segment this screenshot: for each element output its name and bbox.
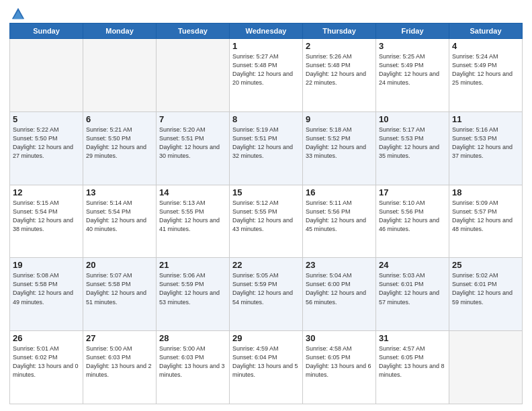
calendar-cell (157, 39, 230, 112)
day-number: 28 (159, 333, 226, 343)
calendar-cell: 3Sunrise: 5:25 AM Sunset: 5:49 PM Daylig… (376, 39, 449, 112)
calendar-cell: 2Sunrise: 5:26 AM Sunset: 5:48 PM Daylig… (303, 39, 376, 112)
calendar-cell: 27Sunrise: 5:00 AM Sunset: 6:03 PM Dayli… (83, 331, 157, 404)
day-number: 8 (232, 114, 300, 124)
day-info: Sunrise: 4:57 AM Sunset: 6:05 PM Dayligh… (379, 345, 446, 379)
day-info: Sunrise: 5:06 AM Sunset: 5:59 PM Dayligh… (159, 271, 226, 306)
calendar-table: SundayMondayTuesdayWednesdayThursdayFrid… (9, 23, 523, 404)
day-number: 7 (159, 114, 226, 124)
calendar-header-row: SundayMondayTuesdayWednesdayThursdayFrid… (10, 24, 523, 39)
day-number: 20 (86, 260, 153, 270)
day-number: 23 (306, 260, 373, 270)
day-number: 24 (379, 260, 446, 270)
day-number: 11 (452, 114, 519, 124)
logo-icon (11, 7, 26, 21)
calendar-cell: 10Sunrise: 5:17 AM Sunset: 5:53 PM Dayli… (376, 111, 449, 185)
day-info: Sunrise: 5:22 AM Sunset: 5:50 PM Dayligh… (13, 126, 80, 161)
calendar-header-monday: Monday (83, 24, 157, 39)
calendar-cell: 24Sunrise: 5:03 AM Sunset: 6:01 PM Dayli… (376, 258, 449, 331)
day-number: 9 (306, 114, 373, 124)
day-info: Sunrise: 5:15 AM Sunset: 5:54 PM Dayligh… (13, 199, 80, 234)
calendar-week-row: 26Sunrise: 5:01 AM Sunset: 6:02 PM Dayli… (10, 331, 523, 404)
day-number: 16 (306, 187, 373, 197)
day-info: Sunrise: 5:11 AM Sunset: 5:56 PM Dayligh… (306, 199, 373, 234)
day-number: 12 (13, 187, 80, 197)
day-number: 1 (232, 41, 300, 51)
day-info: Sunrise: 5:19 AM Sunset: 5:51 PM Dayligh… (232, 126, 300, 161)
logo (9, 7, 26, 19)
calendar-cell (10, 39, 83, 112)
calendar-cell: 29Sunrise: 4:59 AM Sunset: 6:04 PM Dayli… (230, 331, 303, 404)
calendar-cell: 21Sunrise: 5:06 AM Sunset: 5:59 PM Dayli… (157, 258, 230, 331)
calendar-cell (83, 39, 157, 112)
calendar-cell: 30Sunrise: 4:58 AM Sunset: 6:05 PM Dayli… (303, 331, 376, 404)
calendar-cell (449, 331, 523, 404)
day-number: 29 (232, 333, 300, 343)
day-info: Sunrise: 5:05 AM Sunset: 5:59 PM Dayligh… (232, 271, 300, 306)
calendar-cell: 15Sunrise: 5:12 AM Sunset: 5:55 PM Dayli… (230, 185, 303, 258)
day-info: Sunrise: 5:00 AM Sunset: 6:03 PM Dayligh… (159, 345, 226, 379)
day-info: Sunrise: 5:26 AM Sunset: 5:48 PM Dayligh… (306, 52, 373, 87)
calendar-header-saturday: Saturday (449, 24, 523, 39)
day-number: 2 (306, 41, 373, 51)
day-number: 3 (379, 41, 446, 51)
calendar-cell: 26Sunrise: 5:01 AM Sunset: 6:02 PM Dayli… (10, 331, 83, 404)
day-info: Sunrise: 4:58 AM Sunset: 6:05 PM Dayligh… (306, 345, 373, 379)
calendar-week-row: 1Sunrise: 5:27 AM Sunset: 5:48 PM Daylig… (10, 39, 523, 112)
day-info: Sunrise: 5:18 AM Sunset: 5:52 PM Dayligh… (306, 126, 373, 161)
calendar-cell: 6Sunrise: 5:21 AM Sunset: 5:50 PM Daylig… (83, 111, 157, 185)
calendar-cell: 28Sunrise: 5:00 AM Sunset: 6:03 PM Dayli… (157, 331, 230, 404)
calendar-week-row: 19Sunrise: 5:08 AM Sunset: 5:58 PM Dayli… (10, 258, 523, 331)
day-number: 15 (232, 187, 300, 197)
calendar-cell: 19Sunrise: 5:08 AM Sunset: 5:58 PM Dayli… (10, 258, 83, 331)
page-header (9, 7, 523, 19)
calendar-week-row: 12Sunrise: 5:15 AM Sunset: 5:54 PM Dayli… (10, 185, 523, 258)
calendar-cell: 14Sunrise: 5:13 AM Sunset: 5:55 PM Dayli… (157, 185, 230, 258)
day-info: Sunrise: 5:21 AM Sunset: 5:50 PM Dayligh… (86, 126, 153, 161)
day-info: Sunrise: 4:59 AM Sunset: 6:04 PM Dayligh… (232, 345, 300, 379)
day-number: 10 (379, 114, 446, 124)
day-number: 18 (452, 187, 519, 197)
day-number: 26 (13, 333, 80, 343)
calendar-cell: 1Sunrise: 5:27 AM Sunset: 5:48 PM Daylig… (230, 39, 303, 112)
calendar-cell: 23Sunrise: 5:04 AM Sunset: 6:00 PM Dayli… (303, 258, 376, 331)
calendar-week-row: 5Sunrise: 5:22 AM Sunset: 5:50 PM Daylig… (10, 111, 523, 185)
calendar-header-friday: Friday (376, 24, 449, 39)
calendar-cell: 13Sunrise: 5:14 AM Sunset: 5:54 PM Dayli… (83, 185, 157, 258)
day-info: Sunrise: 5:13 AM Sunset: 5:55 PM Dayligh… (159, 199, 226, 234)
day-number: 27 (86, 333, 153, 343)
day-info: Sunrise: 5:12 AM Sunset: 5:55 PM Dayligh… (232, 199, 300, 234)
day-number: 14 (159, 187, 226, 197)
day-info: Sunrise: 5:07 AM Sunset: 5:58 PM Dayligh… (86, 271, 153, 306)
calendar-cell: 16Sunrise: 5:11 AM Sunset: 5:56 PM Dayli… (303, 185, 376, 258)
calendar-cell: 4Sunrise: 5:24 AM Sunset: 5:49 PM Daylig… (449, 39, 523, 112)
day-info: Sunrise: 5:20 AM Sunset: 5:51 PM Dayligh… (159, 126, 226, 161)
day-info: Sunrise: 5:01 AM Sunset: 6:02 PM Dayligh… (13, 345, 80, 379)
day-info: Sunrise: 5:08 AM Sunset: 5:58 PM Dayligh… (13, 271, 80, 306)
day-info: Sunrise: 5:04 AM Sunset: 6:00 PM Dayligh… (306, 271, 373, 306)
day-number: 4 (452, 41, 519, 51)
day-info: Sunrise: 5:09 AM Sunset: 5:57 PM Dayligh… (452, 199, 519, 234)
calendar-cell: 20Sunrise: 5:07 AM Sunset: 5:58 PM Dayli… (83, 258, 157, 331)
calendar-cell: 5Sunrise: 5:22 AM Sunset: 5:50 PM Daylig… (10, 111, 83, 185)
calendar-header-thursday: Thursday (303, 24, 376, 39)
day-number: 30 (306, 333, 373, 343)
page-container: SundayMondayTuesdayWednesdayThursdayFrid… (0, 0, 532, 411)
day-info: Sunrise: 5:27 AM Sunset: 5:48 PM Dayligh… (232, 52, 300, 87)
calendar-cell: 31Sunrise: 4:57 AM Sunset: 6:05 PM Dayli… (376, 331, 449, 404)
day-info: Sunrise: 5:24 AM Sunset: 5:49 PM Dayligh… (452, 52, 519, 87)
day-info: Sunrise: 5:02 AM Sunset: 6:01 PM Dayligh… (452, 271, 519, 306)
day-number: 6 (86, 114, 153, 124)
calendar-header-tuesday: Tuesday (157, 24, 230, 39)
day-number: 5 (13, 114, 80, 124)
day-info: Sunrise: 5:03 AM Sunset: 6:01 PM Dayligh… (379, 271, 446, 306)
day-info: Sunrise: 5:14 AM Sunset: 5:54 PM Dayligh… (86, 199, 153, 234)
calendar-cell: 11Sunrise: 5:16 AM Sunset: 5:53 PM Dayli… (449, 111, 523, 185)
calendar-cell: 9Sunrise: 5:18 AM Sunset: 5:52 PM Daylig… (303, 111, 376, 185)
day-info: Sunrise: 5:00 AM Sunset: 6:03 PM Dayligh… (86, 345, 153, 379)
calendar-cell: 25Sunrise: 5:02 AM Sunset: 6:01 PM Dayli… (449, 258, 523, 331)
day-number: 19 (13, 260, 80, 270)
day-info: Sunrise: 5:16 AM Sunset: 5:53 PM Dayligh… (452, 126, 519, 161)
day-info: Sunrise: 5:25 AM Sunset: 5:49 PM Dayligh… (379, 52, 446, 87)
calendar-cell: 12Sunrise: 5:15 AM Sunset: 5:54 PM Dayli… (10, 185, 83, 258)
